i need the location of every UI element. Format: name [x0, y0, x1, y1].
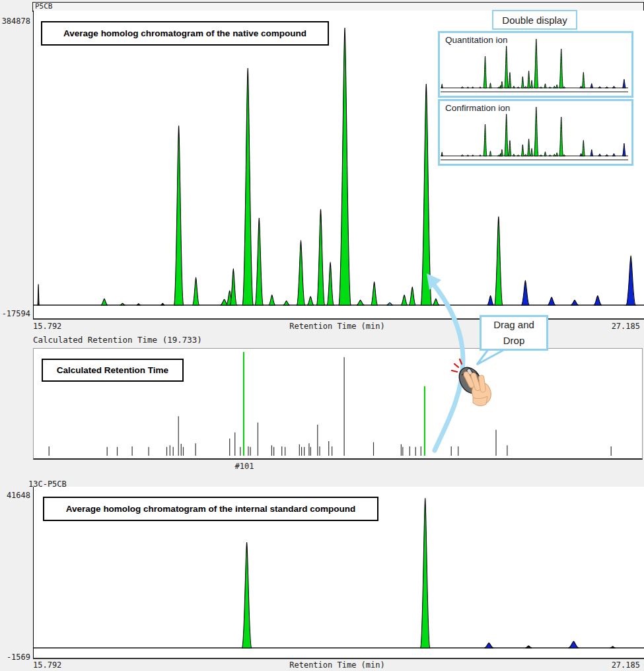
quantitation-ion-chart: [441, 36, 628, 95]
native-annotation-box: Average homolog chromatogram of the nati…: [41, 21, 329, 46]
internal-standard-annotation-box: Average homolog chromatogram of the inte…: [43, 497, 378, 521]
top-x-end-label: 27.185: [612, 322, 640, 331]
internal-standard-annotation-text: Average homolog chromatogram of the inte…: [66, 504, 355, 514]
bottom-y-max-label: 41648: [0, 491, 30, 500]
chromatogram-workspace: P5CB 384878 -17594 Average homolog chrom…: [0, 0, 644, 671]
double-display-label: Double display: [502, 15, 567, 26]
bottom-x-axis-row: 15.792 Retention Time (min) 27.185: [33, 660, 641, 670]
confirmation-ion-inset[interactable]: Confirmation ion: [438, 99, 633, 166]
quantitation-ion-inset[interactable]: Quantitation ion: [438, 31, 633, 98]
top-panel-title: P5CB: [35, 2, 53, 11]
drag-drop-callout: Drag and Drop: [480, 315, 548, 351]
top-x-axis-title: Retention Time (min): [33, 322, 641, 331]
calculated-rt-header: Calculated Retention Time (19.733): [33, 335, 202, 345]
top-y-max-label: 384878: [0, 17, 30, 26]
calculated-rt-annotation-text: Calculated Retention Time: [57, 365, 168, 375]
compound-number-label: #101: [218, 462, 271, 471]
top-y-min-label: -17594: [0, 309, 30, 318]
bottom-y-min-label: -1569: [0, 653, 30, 662]
double-display-callout: Double display: [492, 10, 577, 30]
native-annotation-text: Average homolog chromatogram of the nati…: [63, 28, 306, 38]
bottom-x-end-label: 27.185: [612, 660, 640, 670]
bottom-x-axis-title: Retention Time (min): [33, 660, 641, 670]
drag-drop-label: Drag and Drop: [493, 317, 534, 349]
confirmation-ion-chart: [441, 104, 628, 163]
top-x-axis-row: 15.792 Retention Time (min) 27.185: [33, 322, 641, 332]
calculated-rt-annotation-box: Calculated Retention Time: [42, 359, 184, 382]
